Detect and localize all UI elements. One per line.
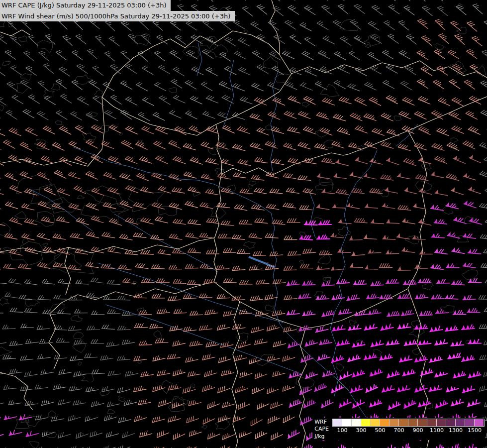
legend-title-model: WRF (314, 419, 329, 426)
legend-tick-labels: 100300500700900110013001500 (332, 427, 485, 434)
terrain-contours-layer (0, 3, 486, 448)
legend-title-unit: J/kg (314, 433, 329, 440)
terrain-contours (0, 3, 486, 448)
river-line (223, 60, 234, 128)
legend-tick-100: 100 (337, 427, 348, 434)
border-line (0, 30, 30, 36)
legend-tick-500: 500 (375, 427, 386, 434)
border-line (214, 282, 408, 329)
legend-swatch-4 (371, 419, 380, 426)
lake-balaton (249, 257, 275, 267)
legend-tick-1500: 1500 (468, 427, 482, 434)
wind-barbs-layer (0, 0, 487, 448)
legend-tick-1300: 1300 (449, 427, 463, 434)
legend-tick-1100: 1100 (430, 427, 444, 434)
legend-swatch-11 (437, 419, 446, 426)
legend-swatch-15 (475, 419, 484, 426)
legend-swatch-12 (446, 419, 456, 426)
legend-tick-700: 700 (394, 427, 404, 434)
border-line (49, 282, 214, 369)
map-title-cape: WRF CAPE (J/kg) Saturday 29-11-2025 03:0… (0, 0, 171, 11)
wind-barb-pennants-darkred2 (317, 155, 473, 270)
legend-swatch-10 (427, 419, 437, 426)
map-title-block: WRF CAPE (J/kg) Saturday 29-11-2025 03:0… (0, 0, 235, 21)
legend-swatch-7 (399, 419, 408, 426)
wind-barbs-salmon1 (0, 21, 481, 440)
legend-swatch-9 (418, 419, 427, 426)
wind-barbs-salmon2 (0, 19, 477, 448)
legend-tick-300: 300 (356, 427, 367, 434)
wind-barbs-salmon0 (0, 21, 482, 448)
legend-swatch-6 (390, 419, 399, 426)
wrf-weather-map: WRF CAPE (J/kg) Saturday 29-11-2025 03:0… (0, 0, 487, 448)
legend-scale: 100300500700900110013001500 (332, 419, 485, 434)
border-line (216, 124, 222, 174)
legend-swatch-3 (361, 419, 371, 426)
legend-color-bar (332, 419, 485, 427)
wind-barbs-brightmagenta1 (304, 221, 480, 448)
legend-swatch-5 (380, 419, 390, 426)
border-line (0, 372, 33, 410)
legend-swatch-0 (333, 419, 342, 426)
map-title-wind-shear: WRF Wind shear (m/s) 500/1000hPa Saturda… (0, 11, 235, 22)
legend-swatch-14 (465, 419, 475, 426)
border-line (221, 153, 348, 175)
legend-swatch-8 (408, 419, 418, 426)
border-line (0, 97, 104, 166)
legend-swatch-13 (456, 419, 465, 426)
legend-swatch-2 (352, 419, 361, 426)
legend-title: WRF CAPE J/kg (314, 419, 329, 440)
legend-title-parameter: CAPE (314, 426, 329, 433)
legend-swatch-1 (342, 419, 352, 426)
river-line (308, 189, 315, 238)
border-line (232, 302, 240, 448)
legend-tick-900: 900 (413, 427, 423, 434)
river-line (271, 70, 279, 171)
border-line (102, 31, 292, 135)
map-graphics (0, 0, 487, 448)
cape-legend: WRF CAPE J/kg 10030050070090011001300150… (312, 418, 485, 440)
border-line (0, 238, 214, 253)
